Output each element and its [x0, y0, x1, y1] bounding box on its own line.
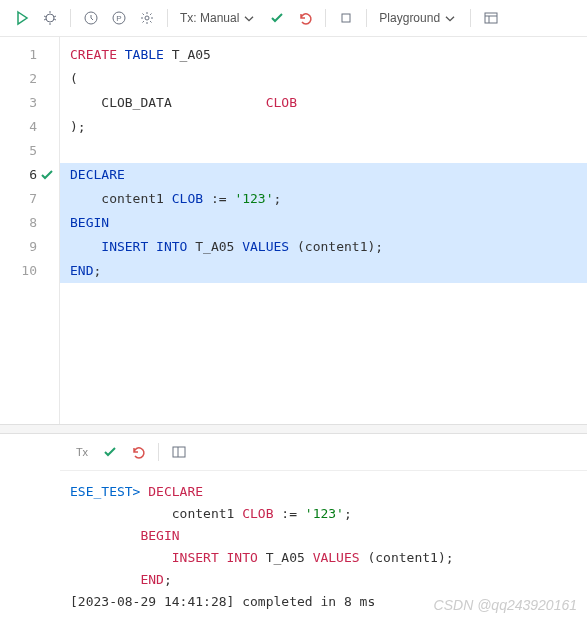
output-line: END;: [70, 569, 577, 591]
code-line: [60, 139, 587, 163]
settings-button[interactable]: [135, 6, 159, 30]
svg-line-3: [44, 16, 46, 17]
output-line: INSERT INTO T_A05 VALUES (content1);: [70, 547, 577, 569]
line-number: 8: [0, 211, 59, 235]
explain-plan-button[interactable]: P: [107, 6, 131, 30]
pane-divider[interactable]: [0, 424, 587, 434]
line-number: 7: [0, 187, 59, 211]
code-line: (: [60, 67, 587, 91]
line-number: 9: [0, 235, 59, 259]
svg-line-5: [44, 19, 46, 20]
output-rollback-button[interactable]: [126, 440, 150, 464]
svg-line-6: [54, 19, 56, 20]
toolbar-separator: [167, 9, 168, 27]
svg-rect-11: [342, 14, 350, 22]
svg-point-10: [145, 16, 149, 20]
output-toolbar: Tx: [60, 434, 587, 471]
svg-rect-15: [173, 447, 185, 457]
svg-line-4: [54, 16, 56, 17]
layout-button[interactable]: [167, 440, 191, 464]
line-number: 1: [0, 43, 59, 67]
tx-mode-dropdown[interactable]: Tx: Manual: [176, 10, 261, 26]
svg-rect-12: [485, 13, 497, 23]
chevron-down-icon: [442, 10, 458, 26]
playground-label: Playground: [379, 11, 440, 25]
toolbar-separator: [366, 9, 367, 27]
toolbar-separator: [325, 9, 326, 27]
editor-gutter: 1 2 3 4 5 6 7 8 9 10: [0, 37, 60, 424]
code-line: CLOB_DATA CLOB: [60, 91, 587, 115]
line-number: 5: [0, 139, 59, 163]
code-line: INSERT INTO T_A05 VALUES (content1);: [60, 235, 587, 259]
view-mode-button[interactable]: [479, 6, 503, 30]
line-number: 10: [0, 259, 59, 283]
output-panel: ESE_TEST> DECLARE content1 CLOB := '123'…: [0, 471, 587, 623]
line-number: 3: [0, 91, 59, 115]
tx-icon[interactable]: Tx: [70, 440, 94, 464]
code-editor[interactable]: 1 2 3 4 5 6 7 8 9 10 CREATE TABLE T_A05 …: [0, 37, 587, 424]
debug-button[interactable]: [38, 6, 62, 30]
code-line: CREATE TABLE T_A05: [60, 43, 587, 67]
code-line: DECLARE: [60, 163, 587, 187]
commit-button[interactable]: [265, 6, 289, 30]
playground-dropdown[interactable]: Playground: [375, 10, 462, 26]
code-line: );: [60, 115, 587, 139]
code-line: content1 CLOB := '123';: [60, 187, 587, 211]
tx-mode-label: Tx: Manual: [180, 11, 239, 25]
toolbar-separator: [158, 443, 159, 461]
stop-button[interactable]: [334, 6, 358, 30]
code-area[interactable]: CREATE TABLE T_A05 ( CLOB_DATA CLOB ); D…: [60, 37, 587, 424]
toolbar-separator: [70, 9, 71, 27]
history-button[interactable]: [79, 6, 103, 30]
code-line: BEGIN: [60, 211, 587, 235]
svg-text:P: P: [116, 14, 121, 23]
output-commit-button[interactable]: [98, 440, 122, 464]
rollback-button[interactable]: [293, 6, 317, 30]
output-line: content1 CLOB := '123';: [70, 503, 577, 525]
editor-toolbar: P Tx: Manual Playground: [0, 0, 587, 37]
output-line: ESE_TEST> DECLARE: [70, 481, 577, 503]
svg-point-0: [46, 14, 54, 22]
toolbar-separator: [470, 9, 471, 27]
chevron-down-icon: [241, 10, 257, 26]
line-number: 4: [0, 115, 59, 139]
output-line: BEGIN: [70, 525, 577, 547]
code-line: END;: [60, 259, 587, 283]
line-number: 6: [0, 163, 59, 187]
output-line: [2023-08-29 14:41:28] completed in 8 ms: [70, 591, 577, 613]
run-button[interactable]: [10, 6, 34, 30]
line-number: 2: [0, 67, 59, 91]
